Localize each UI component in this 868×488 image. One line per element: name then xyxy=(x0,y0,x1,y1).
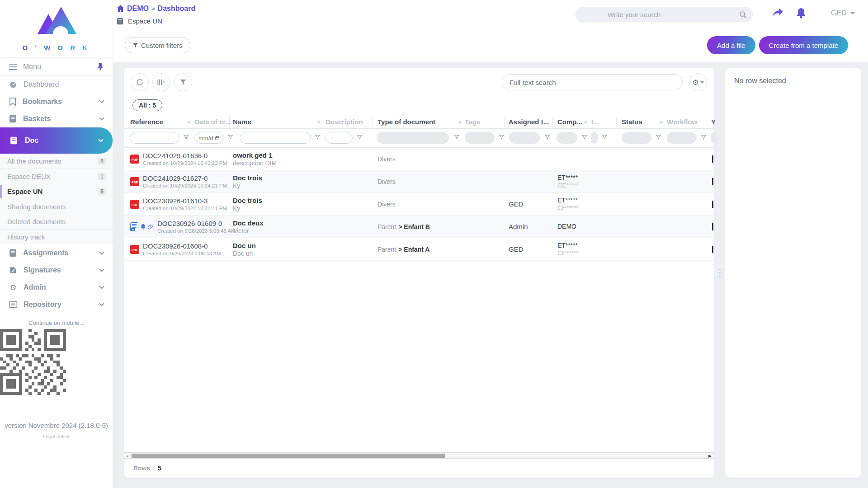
signature-pen-icon xyxy=(9,266,17,274)
filter-input-reference[interactable] xyxy=(130,132,179,143)
horizontal-scrollbar[interactable]: ◂ ▶ xyxy=(124,452,714,459)
content-area: ⚙ All : 5 Reference ▸ Date of cr... Name… xyxy=(113,62,868,488)
book-icon xyxy=(9,249,17,257)
filter-funnel-icon[interactable] xyxy=(656,134,661,140)
breadcrumb-root[interactable]: DEMO xyxy=(127,5,149,13)
filter-input-description[interactable] xyxy=(326,132,352,143)
scroll-left-icon[interactable]: ◂ xyxy=(126,454,128,458)
filter-funnel-icon[interactable] xyxy=(701,134,707,140)
detail-panel: No row selected xyxy=(725,68,861,478)
filter-input-y[interactable] xyxy=(711,132,717,144)
filter-funnel-icon[interactable] xyxy=(581,134,587,140)
pdf-file-icon: PDF xyxy=(130,200,139,209)
filter-funnel-icon[interactable] xyxy=(357,134,363,140)
sidebar-item-signatures[interactable]: Signatures xyxy=(0,262,113,279)
assigned-to: GED xyxy=(509,245,524,253)
profile-menu[interactable]: GED xyxy=(831,9,855,17)
filter-funnel-icon[interactable] xyxy=(227,134,233,140)
add-file-button[interactable]: Add a file xyxy=(707,36,755,54)
filter-funnel-icon[interactable] xyxy=(183,134,189,140)
home-icon[interactable] xyxy=(117,5,124,12)
company-line2: CE***** xyxy=(557,182,579,189)
scrollbar-thumb[interactable] xyxy=(132,454,445,458)
table-row[interactable]: PDF DOC230926-01608-0 Created on 9/26/20… xyxy=(124,238,714,261)
table-row[interactable]: PDF DOC241029-01636-0 Created on 10/29/2… xyxy=(124,148,714,170)
fulltext-search-input[interactable] xyxy=(509,79,675,86)
column-header-reference[interactable]: Reference xyxy=(130,118,163,126)
column-header-description[interactable]: Description xyxy=(326,118,363,126)
sidebar-item-label: Doc xyxy=(25,136,99,145)
filter-input-type[interactable] xyxy=(377,132,449,144)
column-header-tags[interactable]: Tags xyxy=(465,118,480,126)
expand-column-icon[interactable]: ▸ xyxy=(585,118,588,125)
expand-column-icon[interactable]: ▸ xyxy=(318,118,321,125)
panel-resize-handle[interactable] xyxy=(719,269,722,281)
sidebar-item-bookmarks[interactable]: Bookmarks xyxy=(0,93,113,110)
filter-input-workflow[interactable] xyxy=(667,132,697,144)
sidebar-item-doc[interactable]: Doc xyxy=(0,127,113,154)
columns-button[interactable] xyxy=(152,73,170,91)
share-icon[interactable] xyxy=(772,7,784,18)
sidebar-item-assignments[interactable]: Assignments xyxy=(0,244,113,262)
hamburger-icon[interactable] xyxy=(9,64,17,70)
sidebar-item-all-documents[interactable]: All the documents 6 xyxy=(0,154,113,169)
table-toolbar: ⚙ xyxy=(124,68,714,93)
search-icon[interactable] xyxy=(739,11,747,19)
filter-input-status[interactable] xyxy=(622,132,651,144)
column-header-assigned[interactable]: Assigned t... xyxy=(509,118,549,126)
sidebar-item-espace-un[interactable]: Espace UN 5 xyxy=(0,184,113,199)
filter-button[interactable] xyxy=(174,73,192,91)
table-row[interactable]: PDF DOC241029-01627-0 Created on 10/29/2… xyxy=(124,170,714,193)
column-header-type[interactable]: Type of document xyxy=(377,118,435,126)
filter-funnel-icon[interactable] xyxy=(315,134,321,140)
breadcrumb-current[interactable]: Dashboard xyxy=(158,5,196,13)
column-header-comp[interactable]: Comp... xyxy=(557,118,582,126)
svg-text:w: w xyxy=(132,228,134,231)
tab-all[interactable]: All : 5 xyxy=(132,99,162,111)
filter-funnel-icon[interactable] xyxy=(499,134,505,140)
column-header-status[interactable]: Status xyxy=(622,118,642,126)
table-settings-button[interactable]: ⚙ xyxy=(689,73,707,91)
sidebar-item-sharing-documents[interactable]: Sharing documents xyxy=(0,199,113,214)
sidebar-item-dashboard[interactable]: Dashboard xyxy=(0,76,113,93)
column-header-workflow[interactable]: Workflow xyxy=(667,118,697,126)
column-header-i[interactable]: I... xyxy=(591,118,599,126)
sidebar-item-repository[interactable]: Repository xyxy=(0,296,113,313)
filter-funnel-icon[interactable] xyxy=(602,134,608,140)
filter-funnel-icon[interactable] xyxy=(544,134,550,140)
clipped-column-text xyxy=(712,201,713,208)
expand-column-icon[interactable]: ▸ xyxy=(188,118,191,125)
create-from-template-button[interactable]: Create from a template xyxy=(759,36,848,54)
custom-filters-button[interactable]: Custom filters xyxy=(125,37,190,53)
sidebar-item-espace-deux[interactable]: Espace DEUX 1 xyxy=(0,169,113,184)
pin-icon[interactable] xyxy=(97,63,104,70)
sidebar-item-admin[interactable]: ⚙ Admin xyxy=(0,279,113,296)
bell-icon[interactable] xyxy=(796,7,807,19)
sidebar-item-label: All the documents xyxy=(7,157,98,165)
sidebar-item-baskets[interactable]: Baskets xyxy=(0,110,113,127)
filter-input-assigned[interactable] xyxy=(509,132,540,144)
legal-notice-link[interactable]: Legal notice xyxy=(0,434,113,439)
book-icon xyxy=(9,115,17,123)
expand-column-icon[interactable]: ▸ xyxy=(459,118,462,125)
calendar-icon[interactable] xyxy=(215,136,220,141)
filter-input-i[interactable] xyxy=(591,132,598,144)
filter-input-name[interactable] xyxy=(240,132,311,143)
sidebar-item-deleted-documents[interactable]: Deleted documents xyxy=(0,214,113,229)
table-row[interactable]: PDF DOC230926-01610-3 Created on 10/29/2… xyxy=(124,193,714,216)
column-header-y[interactable]: Y xyxy=(711,118,716,126)
table-row[interactable]: w DOC230926-01609-0 Created on 9/26/2 xyxy=(124,216,714,238)
filter-input-tags[interactable] xyxy=(465,132,495,144)
filter-input-comp[interactable] xyxy=(557,132,577,144)
refresh-button[interactable] xyxy=(131,73,149,91)
filter-funnel-icon[interactable] xyxy=(454,134,460,140)
column-header-name[interactable]: Name xyxy=(233,118,251,126)
expand-column-icon[interactable]: ▸ xyxy=(660,118,663,125)
global-search-input[interactable] xyxy=(608,11,739,19)
column-header-date[interactable]: Date of cr... xyxy=(194,118,231,126)
chevron-down-icon xyxy=(700,81,704,84)
filter-input-date[interactable]: mm/d xyxy=(194,132,223,144)
refresh-icon xyxy=(136,78,144,86)
sidebar-item-history-track[interactable]: History track xyxy=(0,230,113,244)
scroll-right-icon[interactable]: ▶ xyxy=(708,454,712,458)
